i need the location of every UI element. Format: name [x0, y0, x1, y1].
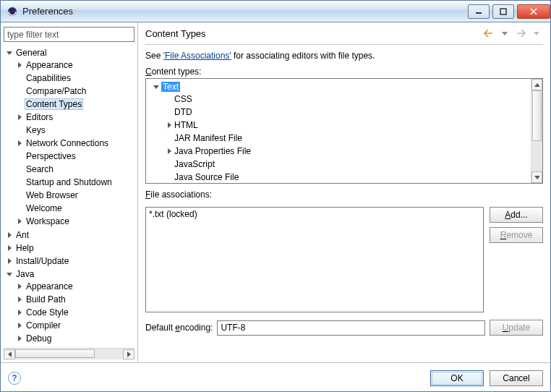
tree-item-startup[interactable]: Startup and Shutdown — [15, 176, 134, 189]
content-types-tree[interactable]: Text CSS DTD HTML JAR Manifest File Java… — [145, 78, 543, 184]
cancel-button[interactable]: Cancel — [490, 370, 543, 386]
preferences-tree[interactable]: General Appearance Capabilities Compare/… — [4, 46, 134, 348]
ct-item-jar-manifest[interactable]: JAR Manifest File — [165, 132, 529, 145]
dialog-footer: ? OK Cancel — [1, 362, 550, 392]
svg-rect-2 — [500, 9, 506, 14]
ct-item-dtd[interactable]: DTD — [165, 106, 529, 119]
forward-button[interactable] — [514, 27, 527, 40]
maximize-button[interactable] — [492, 4, 514, 19]
collapse-icon[interactable] — [152, 82, 161, 91]
tree-item-install-update[interactable]: Install/Update — [5, 255, 134, 268]
tree-item-java-debug[interactable]: Debug — [15, 332, 134, 345]
expand-icon[interactable] — [5, 231, 14, 239]
tree-item-editors[interactable]: Editors — [15, 111, 134, 124]
tree-item-capabilities[interactable]: Capabilities — [15, 72, 134, 85]
default-encoding-input[interactable] — [217, 320, 485, 336]
tree-item-general[interactable]: General Appearance Capabilities Compare/… — [5, 46, 134, 229]
tree-item-compare-patch[interactable]: Compare/Patch — [15, 85, 134, 98]
tree-item-content-types[interactable]: Content Types — [15, 98, 134, 111]
tree-item-workspace[interactable]: Workspace — [15, 215, 134, 228]
window-title: Preferences — [22, 6, 465, 17]
tree-item-java-appearance[interactable]: Appearance — [15, 280, 134, 293]
remove-button[interactable]: Remove — [490, 227, 543, 243]
sidebar-horizontal-scrollbar[interactable] — [4, 348, 134, 359]
collapse-icon[interactable] — [5, 48, 14, 57]
app-icon — [7, 6, 18, 17]
content-types-vertical-scrollbar[interactable] — [531, 79, 542, 183]
file-associations-list[interactable]: *.txt (locked) — [145, 207, 484, 312]
file-associations-link[interactable]: 'File Associations' — [163, 51, 231, 61]
hint-text: See 'File Associations' for associating … — [145, 51, 543, 61]
help-icon[interactable]: ? — [8, 372, 21, 385]
ct-item-css[interactable]: CSS — [165, 93, 529, 106]
tree-item-java-build-path[interactable]: Build Path — [15, 293, 134, 306]
filter-input[interactable] — [4, 27, 134, 42]
file-association-item[interactable]: *.txt (locked) — [149, 209, 480, 221]
scrollbar-thumb[interactable] — [15, 349, 95, 358]
tree-item-keys[interactable]: Keys — [15, 124, 134, 137]
expand-icon[interactable] — [165, 121, 174, 129]
svg-point-0 — [8, 7, 17, 16]
scroll-left-icon[interactable] — [4, 349, 15, 359]
tree-item-java-code-style[interactable]: Code Style — [15, 306, 134, 319]
add-button[interactable]: AAdd...dd... — [490, 207, 543, 223]
page-title: Content Types — [145, 28, 482, 39]
expand-icon[interactable] — [15, 113, 24, 122]
expand-icon[interactable] — [15, 282, 24, 291]
tree-item-java[interactable]: Java Appearance Build Path Code Style Co… — [5, 268, 134, 348]
ct-item-html[interactable]: HTML — [165, 119, 529, 132]
tree-item-ant[interactable]: Ant — [5, 229, 134, 242]
close-button[interactable] — [517, 4, 550, 19]
expand-icon[interactable] — [15, 295, 24, 304]
scroll-up-icon[interactable] — [531, 79, 542, 90]
tree-item-perspectives[interactable]: Perspectives — [15, 150, 134, 163]
tree-item-network[interactable]: Network Connections — [15, 137, 134, 150]
update-button[interactable]: Update — [490, 320, 543, 336]
preferences-sidebar: General Appearance Capabilities Compare/… — [1, 22, 138, 362]
ct-item-java-source[interactable]: Java Source File — [165, 171, 529, 183]
scroll-down-icon[interactable] — [531, 171, 542, 183]
expand-icon[interactable] — [15, 139, 24, 148]
tree-item-web-browser[interactable]: Web Browser — [15, 189, 134, 202]
expand-icon[interactable] — [5, 244, 14, 252]
file-associations-label: File associations: — [145, 189, 543, 200]
collapse-icon[interactable] — [5, 270, 14, 278]
content-types-label: CContent types:ontent types: — [145, 67, 543, 77]
tree-item-java-compiler[interactable]: Compiler — [15, 319, 134, 332]
ct-item-java-properties[interactable]: Java Properties File — [165, 145, 529, 158]
minimize-button[interactable] — [468, 4, 490, 19]
expand-icon[interactable] — [15, 308, 24, 317]
tree-item-help[interactable]: Help — [5, 242, 134, 255]
back-dropdown-icon[interactable] — [498, 27, 511, 40]
main-panel: Content Types See 'File Associations' fo… — [138, 22, 550, 362]
tree-item-appearance[interactable]: Appearance — [15, 59, 134, 72]
expand-icon[interactable] — [165, 147, 174, 155]
ok-button[interactable]: OK — [430, 370, 484, 386]
expand-icon[interactable] — [15, 334, 24, 343]
titlebar: Preferences — [1, 1, 550, 22]
forward-dropdown-icon[interactable] — [530, 27, 543, 40]
tree-item-search[interactable]: Search — [15, 163, 134, 176]
expand-icon[interactable] — [5, 257, 14, 265]
scroll-right-icon[interactable] — [123, 349, 134, 359]
tree-item-welcome[interactable]: Welcome — [15, 202, 134, 215]
expand-icon[interactable] — [15, 61, 24, 69]
ct-item-text[interactable]: Text CSS DTD HTML JAR Manifest File Java… — [152, 80, 529, 183]
default-encoding-label: Default encoding: — [145, 323, 213, 333]
scrollbar-thumb[interactable] — [532, 90, 542, 141]
expand-icon[interactable] — [15, 217, 24, 226]
ct-item-javascript[interactable]: JavaScript — [165, 158, 529, 171]
back-button[interactable] — [482, 27, 495, 40]
expand-icon[interactable] — [15, 321, 24, 330]
